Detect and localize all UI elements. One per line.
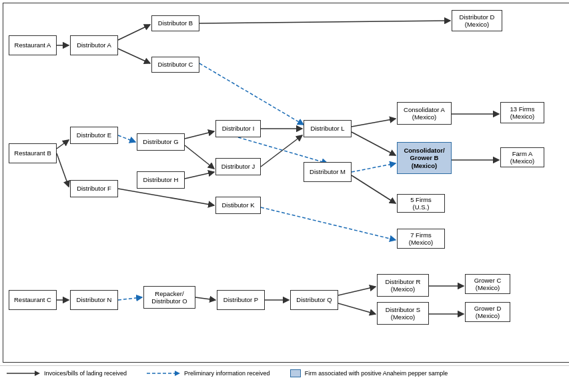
node-distributor-m: Distributor M [304, 162, 352, 182]
svg-marker-35 [175, 371, 180, 376]
node-distributor-k: Distibutor K [215, 197, 261, 214]
svg-line-21 [338, 303, 376, 314]
node-firms-7: 7 Firms(Mexico) [397, 229, 445, 249]
svg-line-11 [261, 135, 302, 167]
node-distributor-f: Distributor F [70, 180, 118, 197]
node-grower-d: Grower D(Mexico) [465, 302, 510, 322]
svg-line-13 [352, 132, 396, 155]
svg-line-25 [199, 63, 304, 125]
node-distributor-c: Distributor C [151, 57, 199, 73]
node-grower-c: Grower C(Mexico) [465, 274, 510, 294]
legend-solid-label: Invoices/bills of lading received [44, 370, 127, 377]
svg-line-4 [57, 140, 69, 149]
node-distributor-s: Distributor S(Mexico) [377, 302, 429, 325]
node-distributor-q: Distributor Q [290, 290, 338, 310]
diagram: Restaurant A Distributor A Distributor B… [3, 3, 569, 363]
svg-line-3 [199, 21, 450, 23]
node-distributor-r: Distributor R(Mexico) [377, 274, 429, 297]
node-restaurant-a: Restaurant A [9, 35, 57, 55]
node-distributor-g: Distributor G [137, 133, 185, 151]
svg-line-27 [352, 163, 396, 172]
node-distributor-p: Distributor P [217, 290, 265, 310]
node-firms-13: 13 Firms(Mexico) [500, 102, 544, 123]
node-consolidator-a: Consolidator A(Mexico) [397, 102, 452, 125]
node-restaurant-c: Restaurant C [9, 290, 57, 310]
svg-line-20 [338, 287, 376, 295]
svg-line-24 [118, 135, 135, 142]
node-distributor-b: Distributor B [151, 15, 199, 31]
svg-line-28 [261, 207, 396, 240]
svg-marker-33 [35, 371, 40, 376]
svg-line-9 [118, 189, 214, 205]
node-firms-5: 5 Firms(U.S.) [397, 194, 445, 213]
node-distributor-h: Distributor H [137, 171, 185, 189]
node-restaurant-b: Restaurant B [9, 143, 57, 163]
node-distributor-e: Distributor E [70, 127, 118, 144]
legend-dashed-arrow-icon [147, 369, 180, 378]
node-distributor-j: Distributor J [215, 158, 261, 175]
legend-dashed: Preliminary information received [147, 369, 270, 378]
legend-highlight-box [290, 369, 301, 377]
legend-solid-arrow-icon [7, 369, 40, 378]
node-repacker-o: Repacker/Distributor O [143, 286, 195, 309]
legend-solid: Invoices/bills of lading received [7, 369, 127, 378]
node-distributor-i: Distributor I [215, 120, 261, 137]
svg-line-1 [118, 25, 150, 40]
svg-line-16 [352, 175, 396, 203]
svg-line-8 [185, 172, 214, 179]
svg-line-18 [195, 297, 215, 300]
svg-line-12 [352, 119, 396, 127]
node-distributor-a: Distributor A [70, 35, 118, 55]
legend: Invoices/bills of lading received Prelim… [0, 365, 569, 381]
node-distributor-d: Distributor D(Mexico) [452, 10, 502, 31]
legend-box-item: Firm associated with positive Anaheim pe… [290, 369, 448, 377]
legend-box-label: Firm associated with positive Anaheim pe… [305, 370, 448, 377]
node-distributor-n: Distributor N [70, 290, 118, 310]
node-distributor-l: Distributor L [304, 120, 352, 137]
svg-line-5 [57, 153, 69, 187]
node-farm-a: Farm A(Mexico) [500, 147, 544, 167]
legend-dashed-label: Preliminary information received [184, 370, 270, 377]
svg-line-29 [118, 297, 142, 300]
svg-line-6 [185, 131, 214, 139]
svg-line-7 [185, 145, 214, 169]
svg-line-2 [118, 49, 150, 63]
node-consolidator-b: Consolidator/Grower B(Mexico) [397, 142, 452, 174]
